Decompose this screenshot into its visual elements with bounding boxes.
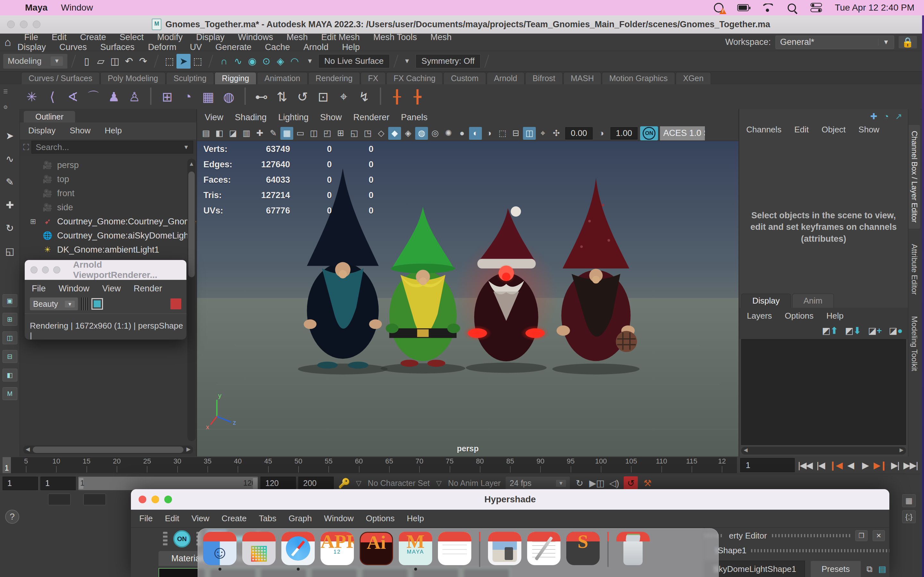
channel-menu-channels[interactable]: Channels: [746, 125, 782, 135]
safe-title-icon[interactable]: ◳: [361, 127, 374, 140]
menu-edit[interactable]: Edit: [45, 32, 73, 42]
live-surface-field[interactable]: No Live Surface: [318, 54, 390, 68]
aim-constraint-icon[interactable]: ⌖: [334, 87, 353, 106]
outliner-item-skydome-light[interactable]: 🌐 Courtney_Gnome:aiSkyDomeLight1: [20, 229, 196, 243]
playhead[interactable]: 1: [3, 457, 11, 473]
menu-mesh-tools[interactable]: Mesh Tools: [367, 32, 423, 42]
maya-titlebar[interactable]: Gnomes_Together.ma* - Autodesk MAYA 2022…: [0, 15, 922, 34]
dock-trash[interactable]: [615, 532, 650, 571]
select-component-icon[interactable]: ⬚: [191, 54, 205, 69]
menu-display[interactable]: Display: [189, 32, 231, 42]
menu-file[interactable]: File: [18, 32, 45, 42]
shelf-tab-rigging[interactable]: Rigging: [215, 72, 257, 84]
playback-start-field[interactable]: 1: [40, 477, 76, 490]
snap-grid-icon[interactable]: ∩: [217, 54, 231, 69]
layout-maya-logo[interactable]: M: [3, 387, 17, 400]
zoom-icon[interactable]: [53, 266, 60, 274]
outliner-item-persp[interactable]: 🎥 persp: [20, 158, 196, 172]
divider[interactable]: [380, 87, 381, 105]
arnold-menu-view[interactable]: View: [102, 284, 121, 293]
script-editor-icon[interactable]: {;}: [902, 510, 916, 523]
dock-calendar[interactable]: APR12: [320, 532, 355, 571]
channel-menu-show[interactable]: Show: [859, 125, 879, 135]
loop-icon[interactable]: ↻: [572, 476, 586, 490]
hypershade-menu-options[interactable]: Options: [366, 514, 395, 524]
hypershade-menu-tabs[interactable]: Tabs: [259, 514, 276, 524]
playblast-icon[interactable]: ▶◫: [589, 476, 604, 490]
divider[interactable]: [244, 87, 246, 105]
close-panel-icon[interactable]: ✕: [873, 530, 885, 541]
use-default-material-icon[interactable]: ◍: [415, 127, 428, 140]
time-slider-track[interactable]: 1 51015202530354045505560657075808590951…: [3, 457, 737, 473]
cached-playback-icon[interactable]: ↺: [624, 476, 638, 490]
active-app-menu[interactable]: Maya: [25, 3, 47, 13]
dock-launchpad[interactable]: [242, 532, 276, 571]
shelf-tab-rendering[interactable]: Rendering: [309, 72, 360, 84]
zoom-select-icon[interactable]: ⌖: [536, 127, 549, 140]
panel-menu-lighting[interactable]: Lighting: [278, 113, 316, 122]
volume-icon[interactable]: ◁): [607, 476, 621, 490]
shelf-tab-custom[interactable]: Custom: [443, 72, 486, 84]
make-live-icon[interactable]: ◈: [273, 54, 288, 69]
bind-skin-icon[interactable]: ⌒: [84, 87, 103, 106]
dock-sublime-text[interactable]: S: [565, 532, 600, 571]
playback-end-field[interactable]: 120: [260, 477, 296, 490]
manipulator-icon[interactable]: ✚: [871, 111, 877, 121]
viewport-canvas[interactable]: y z x Verts:6374900 Edges:12764000 Faces…: [197, 141, 738, 456]
stop-render-button[interactable]: [170, 298, 181, 309]
hypershade-menu-view[interactable]: View: [192, 514, 210, 524]
view-transform-field[interactable]: ACES 1.0 SD: [660, 126, 705, 140]
menu-uv[interactable]: UV: [183, 42, 209, 52]
shadows-icon[interactable]: ●: [456, 127, 468, 140]
field-chart-icon[interactable]: ⊞: [334, 127, 347, 140]
motion-blur-icon[interactable]: ◑: [483, 127, 495, 140]
bookmarks-icon[interactable]: ◪: [226, 127, 239, 140]
new-empty-layer-icon[interactable]: ◪+: [868, 326, 882, 336]
swatch-render-toggle[interactable]: ON: [173, 530, 191, 548]
snap-point-icon[interactable]: ◉: [245, 54, 259, 69]
minimize-icon[interactable]: [42, 266, 49, 274]
pane-layout-icon[interactable]: ◫: [523, 127, 536, 140]
arnold-menu-window[interactable]: Window: [59, 284, 89, 293]
panel-menu-shading[interactable]: Shading: [235, 113, 274, 122]
outliner-item-front[interactable]: 🎥 front: [20, 186, 196, 200]
presets-button[interactable]: Presets: [811, 561, 861, 577]
hypershade-menu-file[interactable]: File: [139, 514, 153, 524]
hypershade-menu-graph[interactable]: Graph: [289, 514, 312, 524]
hypershade-menu-create[interactable]: Create: [222, 514, 247, 524]
menu-arnold[interactable]: Arnold: [297, 42, 335, 52]
battery-icon[interactable]: [737, 3, 749, 12]
range-slider-track[interactable]: 1 120: [78, 477, 258, 490]
arnold-menu-file[interactable]: File: [32, 284, 46, 293]
close-icon[interactable]: [139, 496, 146, 503]
menu-generate[interactable]: Generate: [208, 42, 258, 52]
dock-illustrator[interactable]: Ai: [359, 532, 394, 571]
outliner-tab[interactable]: Outliner: [24, 111, 75, 122]
home-icon[interactable]: ⌂: [0, 36, 18, 48]
restore-panel-icon[interactable]: ❐: [855, 530, 867, 541]
step-forward-key-button[interactable]: ▶❙: [874, 458, 887, 472]
look-through-camera-icon[interactable]: ▤: [200, 127, 212, 140]
layer-list[interactable]: [741, 339, 906, 445]
minimize-icon[interactable]: [152, 496, 159, 503]
menu-curves[interactable]: Curves: [53, 42, 94, 52]
close-icon[interactable]: [31, 266, 37, 274]
speed-ramp-icon[interactable]: ◔: [884, 111, 889, 121]
workspace-lock-icon[interactable]: 🔒: [899, 36, 917, 48]
layer-menu-layers[interactable]: Layers: [747, 311, 772, 321]
select-tool[interactable]: ➤: [3, 128, 17, 143]
humanik-icon[interactable]: ♙: [125, 87, 144, 106]
move-layer-down-icon[interactable]: ◩⬇: [845, 326, 861, 336]
anim-layer-field[interactable]: No Anim Layer: [445, 479, 503, 488]
copy-tab-icon[interactable]: ⧉: [867, 564, 873, 574]
menu-windows[interactable]: Windows: [231, 32, 280, 42]
lattice-icon[interactable]: ⊞: [158, 87, 176, 106]
new-layer-selected-icon[interactable]: ◪●: [889, 326, 903, 336]
panel-menu-view[interactable]: View: [205, 113, 230, 122]
menu-modify[interactable]: Modify: [150, 32, 190, 42]
new-scene-icon[interactable]: ▯: [79, 54, 94, 69]
chevron-down-icon[interactable]: ▼: [305, 57, 315, 65]
layer-tab-anim[interactable]: Anim: [792, 293, 834, 308]
layout-single-pane[interactable]: ▣: [3, 294, 17, 307]
wireframe-on-shaded-icon[interactable]: ◎: [429, 127, 441, 140]
